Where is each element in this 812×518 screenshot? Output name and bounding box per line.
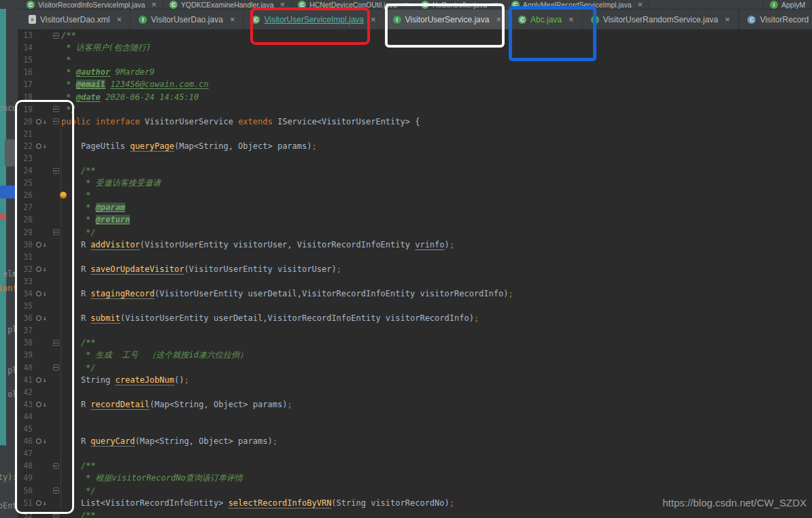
close-tab-icon[interactable]: × <box>116 14 122 24</box>
code-line-33[interactable]: 33 <box>18 275 812 288</box>
close-tab-icon[interactable]: × <box>493 0 498 10</box>
code-line-39[interactable]: 39 * 生成 工号 （这个就按id凑六位拉倒） <box>18 349 812 361</box>
code-line-26[interactable]: 26 * <box>18 189 812 201</box>
fold-marker[interactable]: − <box>50 364 61 370</box>
code-line-32[interactable]: 32↓ R saveOrUpdateVisitor(VisitorUserEnt… <box>18 263 812 275</box>
implemented-method-icon[interactable]: ↓ <box>33 500 50 506</box>
fold-marker[interactable]: − <box>50 512 61 518</box>
token: ; <box>287 400 292 409</box>
implemented-method-icon[interactable]: ↓ <box>33 266 50 272</box>
line-number: 23 <box>18 154 33 163</box>
close-tab-icon[interactable]: × <box>725 14 730 24</box>
code-line-46[interactable]: 46↓ R queryCard(Map<String, Object> para… <box>18 435 812 447</box>
project-selected-item[interactable] <box>0 186 15 198</box>
code-line-44[interactable]: 44 <box>18 411 812 423</box>
close-tab-icon[interactable]: × <box>151 0 156 10</box>
code-line-35[interactable]: 35 <box>18 300 812 312</box>
tab-ApplyM[interactable]: IApplyM <box>763 0 812 10</box>
token: @date <box>76 92 101 102</box>
code-line-50[interactable]: 50− */ <box>18 484 812 496</box>
project-scrollbar-thumb[interactable] <box>5 139 15 167</box>
code-line-20[interactable]: 20↓−public interface VisitorUserService … <box>18 116 812 128</box>
tab-VisitorUserDao-xml[interactable]: xVisitorUserDao.xml× <box>20 10 131 29</box>
token: VisitorUserService <box>140 117 239 126</box>
intention-bulb-icon[interactable] <box>50 192 61 198</box>
fold-marker[interactable]: − <box>50 118 61 124</box>
close-tab-icon[interactable]: × <box>496 14 501 24</box>
fold-marker[interactable]: − <box>50 33 61 39</box>
line-number: 36 <box>18 313 33 323</box>
tab-VisitorUserServiceImpl-java[interactable]: CVisitorUserServiceImpl.java× <box>243 10 384 29</box>
close-tab-icon[interactable]: × <box>371 14 376 24</box>
code-line-42[interactable]: 42 <box>18 386 812 398</box>
code-line-31[interactable]: 31 <box>18 251 812 263</box>
code-line-18[interactable]: 18 * @date 2020-06-24 14:45:10 <box>18 90 812 103</box>
implemented-method-icon[interactable]: ↓ <box>33 377 50 383</box>
code-line-41[interactable]: 41↓ String createJobNum(); <box>18 374 812 386</box>
code-line-43[interactable]: 43↓ R recordDetail(Map<String, Object> p… <box>18 398 812 411</box>
implemented-method-icon[interactable]: ↓ <box>33 315 50 321</box>
code-line-47[interactable]: 47 <box>18 447 812 460</box>
code-line-14[interactable]: 14 * 访客用户(包含随行) <box>18 41 812 54</box>
code-line-38[interactable]: 38− /** <box>18 336 812 349</box>
tab-VisitorUserService-java[interactable]: IVisitorUserService.java× <box>385 10 510 29</box>
code-line-25[interactable]: 25 * 受邀访客接受邀请 <box>18 177 812 189</box>
tab-VisitorRecord[interactable]: CVisitorRecord <box>739 10 812 29</box>
code-line-40[interactable]: 40− */ <box>18 362 812 374</box>
code-line-19[interactable]: 19− */ <box>18 103 812 116</box>
fold-marker[interactable]: − <box>50 340 61 346</box>
tab-HCNetDeviceConOUtil-java[interactable]: CHCNetDeviceConOUtil.java× <box>292 0 415 10</box>
tab-VisitorUserRandomService-java[interactable]: IVisitorUserRandomService.java× <box>583 10 739 29</box>
implemented-method-icon[interactable]: ↓ <box>33 119 50 124</box>
close-tab-icon[interactable]: × <box>638 0 643 10</box>
code-line-30[interactable]: 30↓ R addVisitor(VisitorUserEntity visit… <box>18 239 812 251</box>
code-line-36[interactable]: 36↓ R submit(VisitorUserEntity userDetai… <box>18 312 812 324</box>
code-line-28[interactable]: 28 * @return <box>18 213 812 226</box>
code-line-23[interactable]: 23 <box>18 152 812 165</box>
close-tab-icon[interactable]: × <box>403 0 409 10</box>
line-number: 37 <box>18 326 33 335</box>
fold-marker[interactable]: − <box>50 487 61 494</box>
code-line-21[interactable]: 21 <box>18 128 812 140</box>
token: */ <box>61 363 96 373</box>
tab-ApplyMealRecordServiceImpl-java[interactable]: CApplyMealRecordServiceImpl.java× <box>505 0 650 10</box>
close-tab-icon[interactable]: × <box>280 0 286 10</box>
code-line-24[interactable]: 24− /** <box>18 165 812 177</box>
implemented-method-icon[interactable]: ↓ <box>33 143 50 149</box>
implemented-method-icon[interactable]: ↓ <box>33 438 50 444</box>
code-line-48[interactable]: 48− /** <box>18 460 812 472</box>
code-editor[interactable]: 13−/**14 * 访客用户(包含随行)15 *16 * @author 9M… <box>18 29 812 518</box>
code-line-22[interactable]: 22↓ PageUtils queryPage(Map<String, Obje… <box>18 140 812 152</box>
tab-Abc-java[interactable]: CAbc.java× <box>510 10 583 29</box>
implemented-method-icon[interactable]: ↓ <box>33 402 50 407</box>
close-tab-icon[interactable]: × <box>230 14 235 24</box>
tab-label: HcController.java <box>433 1 487 9</box>
code-line-17[interactable]: 17 * @email 123456@cowain.com.cn <box>18 78 812 90</box>
implemented-method-icon[interactable]: ↓ <box>33 291 50 296</box>
code-line-27[interactable]: 27 * @param <box>18 201 812 213</box>
tab-HcController-java[interactable]: CHcController.java× <box>415 0 505 10</box>
code-line-13[interactable]: 13−/** <box>18 29 812 41</box>
code-line-37[interactable]: 37 <box>18 324 812 336</box>
code-line-16[interactable]: 16 * @author 9Marder9 <box>18 66 812 78</box>
code-line-34[interactable]: 34↓ R stagingRecord(VisitorUserEntity us… <box>18 288 812 300</box>
code-line-52[interactable]: 52− /** <box>18 509 812 518</box>
code-line-29[interactable]: 29− */ <box>18 226 812 239</box>
fold-marker[interactable]: − <box>50 168 61 174</box>
implemented-method-icon[interactable]: ↓ <box>33 242 50 247</box>
token: (String visitorRecordNo) <box>331 498 449 508</box>
fold-marker[interactable]: − <box>50 229 61 235</box>
truncated-tree-text: ion! <box>0 283 17 293</box>
token: (VisitorUserEntity visitorUser, VisitorR… <box>140 240 416 249</box>
tab-VisitorRecordInfoServiceImpl-java[interactable]: CVisitorRecordInfoServiceImpl.java× <box>20 0 163 10</box>
tab-YQDKCExamineHandler-java[interactable]: CYQDKCExamineHandler.java× <box>163 0 292 10</box>
code-line-49[interactable]: 49 * 根据visitorRecordNo查询该订单评情 <box>18 472 812 484</box>
code-line-15[interactable]: 15 * <box>18 54 812 66</box>
code-line-45[interactable]: 45 <box>18 423 812 435</box>
token: (Map<String, Object> params) <box>174 141 311 151</box>
tab-VisitorUserDao-java[interactable]: IVisitorUserDao.java× <box>131 10 243 29</box>
fold-marker[interactable]: − <box>50 106 61 112</box>
token: ; <box>474 313 479 323</box>
fold-marker[interactable]: − <box>50 463 61 469</box>
close-tab-icon[interactable]: × <box>569 14 574 24</box>
